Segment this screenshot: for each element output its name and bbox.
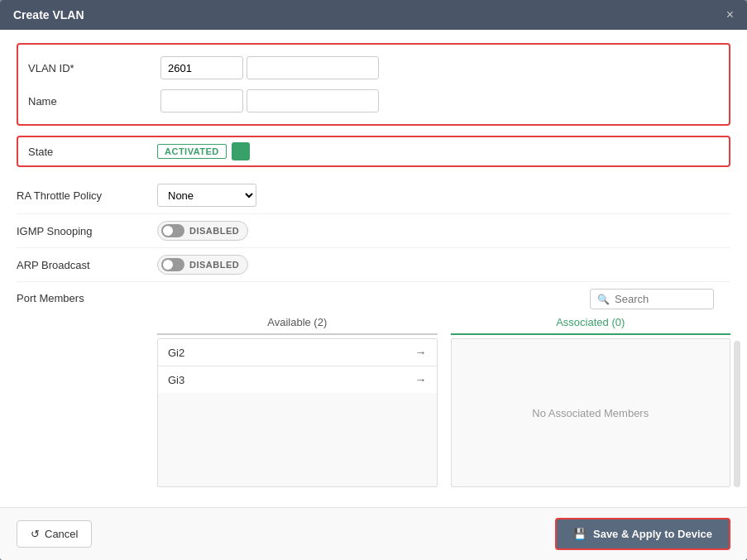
cancel-icon: ↺ — [31, 528, 40, 540]
igmp-toggle-pill — [161, 224, 184, 237]
arp-toggle[interactable]: DISABLED — [157, 255, 248, 275]
available-panel: Available (2) Gi2 → Gi3 → — [157, 316, 438, 487]
port-arrow-gi3: → — [415, 373, 427, 386]
vlan-id-name-section: VLAN ID* Name — [17, 43, 730, 126]
modal-footer: ↺ Cancel 💾 Save & Apply to Device — [0, 507, 747, 560]
search-input[interactable] — [615, 293, 706, 305]
arp-state-text: DISABLED — [189, 260, 239, 270]
vlan-id-input[interactable] — [160, 56, 243, 79]
modal-header: Create VLAN × — [0, 0, 747, 30]
arp-row: ARP Broadcast DISABLED — [17, 248, 730, 282]
vlan-id-label: VLAN ID* — [28, 62, 160, 74]
igmp-label: IGMP Snooping — [17, 225, 157, 237]
ra-throttle-select[interactable]: None — [157, 184, 256, 207]
igmp-toggle[interactable]: DISABLED — [157, 221, 248, 241]
search-row: 🔍 — [157, 289, 730, 309]
state-badge: ACTIVATED — [157, 142, 250, 160]
save-icon: 💾 — [573, 528, 587, 540]
arp-label: ARP Broadcast — [17, 259, 157, 271]
no-members-text: No Associated Members — [532, 407, 649, 419]
modal-body: VLAN ID* Name State ACTIVATED RA Throttl… — [0, 30, 747, 507]
available-panel-header: Available (2) — [157, 316, 438, 335]
port-item-gi3[interactable]: Gi3 → — [158, 366, 437, 393]
name-row: Name — [28, 84, 719, 117]
name-input-2[interactable] — [247, 89, 379, 112]
name-label: Name — [28, 95, 160, 108]
state-label: State — [28, 146, 157, 158]
port-members-wrapper: 🔍 Available (2) Gi2 → — [157, 289, 730, 487]
state-toggle[interactable] — [232, 142, 250, 160]
cancel-label: Cancel — [45, 528, 78, 540]
ra-throttle-label: RA Throttle Policy — [17, 189, 157, 202]
ra-throttle-row: RA Throttle Policy None — [17, 177, 730, 214]
arp-toggle-pill — [161, 258, 184, 271]
modal-title: Create VLAN — [13, 8, 84, 22]
port-members-label: Port Members — [17, 289, 157, 304]
port-arrow-gi2: → — [415, 346, 427, 359]
port-name-gi3: Gi3 — [168, 374, 184, 386]
save-label: Save & Apply to Device — [593, 528, 712, 540]
no-members-panel: No Associated Members — [451, 338, 731, 487]
search-icon: 🔍 — [597, 294, 610, 305]
igmp-state-text: DISABLED — [189, 226, 239, 236]
state-section: State ACTIVATED — [17, 136, 730, 167]
associated-panel-header: Associated (0) — [451, 316, 731, 335]
associated-panel-wrapper: Associated (0) No Associated Members — [451, 316, 731, 487]
port-members-section: Port Members 🔍 Available (2) — [17, 282, 730, 494]
available-port-list: Gi2 → Gi3 → — [157, 338, 438, 487]
activated-text: ACTIVATED — [157, 144, 227, 159]
scrollbar[interactable] — [734, 341, 740, 487]
create-vlan-modal: Create VLAN × VLAN ID* Name State ACTIVA… — [0, 0, 747, 560]
search-box[interactable]: 🔍 — [590, 289, 714, 309]
name-input[interactable] — [160, 89, 243, 112]
panels-row: Available (2) Gi2 → Gi3 → — [157, 316, 730, 487]
close-button[interactable]: × — [726, 8, 734, 22]
port-name-gi2: Gi2 — [168, 347, 184, 359]
igmp-row: IGMP Snooping DISABLED — [17, 214, 730, 248]
vlan-id-row: VLAN ID* — [28, 51, 719, 84]
cancel-button[interactable]: ↺ Cancel — [17, 520, 92, 548]
vlan-id-input-2[interactable] — [247, 56, 379, 79]
port-item-gi2[interactable]: Gi2 → — [158, 339, 437, 366]
save-button[interactable]: 💾 Save & Apply to Device — [555, 518, 730, 550]
